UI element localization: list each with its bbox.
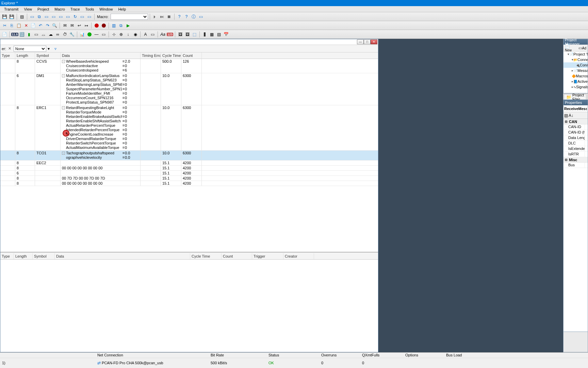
window-horz-icon[interactable]: ▭	[50, 13, 57, 20]
property-value[interactable]	[585, 141, 588, 146]
receive-grid-body[interactable]: 8CCVS-Wheelbasedvehiclespeed= 2.0Cruisec…	[0, 59, 378, 252]
bcol-data[interactable]: Data	[55, 253, 190, 259]
stopwatch-icon[interactable]: ⏱	[62, 31, 68, 37]
copy-icon[interactable]: ⎘	[9, 22, 15, 29]
save-all-icon[interactable]: 💾	[9, 13, 15, 20]
project-tree-item[interactable]: ▾📂Connecti	[564, 57, 588, 62]
menu-macro[interactable]: Macro	[52, 6, 68, 12]
green-dot-icon[interactable]	[86, 31, 93, 37]
bcol-length[interactable]: Length	[14, 253, 33, 259]
save-icon[interactable]: 💾	[1, 13, 8, 20]
menu-help[interactable]: Help	[115, 6, 129, 12]
window-close-icon[interactable]: ▭	[65, 13, 71, 20]
palette2-icon[interactable]: 🖼	[184, 31, 191, 37]
stack-icon[interactable]: ⬚	[191, 31, 198, 37]
bcol-trigger[interactable]: Trigger	[252, 253, 283, 259]
property-row[interactable]: IsExtended	[564, 146, 588, 152]
chart-icon[interactable]: 📊	[79, 31, 85, 37]
receive-row[interactable]: 800 7D 7D 00 00 7D 00 7D15.14200	[0, 176, 378, 181]
col-data[interactable]: Data	[61, 52, 141, 59]
about-icon[interactable]: ⓘ	[191, 13, 197, 20]
list-icon[interactable]: ▤	[19, 13, 25, 20]
transmit-grid-body[interactable]	[0, 260, 378, 352]
new-doc-icon[interactable]: 📄	[1, 31, 8, 37]
find-icon[interactable]: 🔍	[51, 22, 58, 29]
property-row[interactable]: IsRTR	[564, 152, 588, 157]
collapse-toggle-icon[interactable]: -	[62, 60, 65, 63]
property-row[interactable]: CAN-ID	[564, 124, 588, 130]
receive-row[interactable]: 800 00 00 00 00 00 00 0015.14200	[0, 181, 378, 186]
rect-icon[interactable]: ▭	[100, 31, 107, 37]
pm-new-button[interactable]: 📄New	[564, 44, 577, 52]
menu-tools[interactable]: Tools	[83, 6, 97, 12]
property-group[interactable]: ⊟CAN	[564, 119, 588, 124]
macro-stop-icon[interactable]: ⏹	[166, 13, 173, 20]
child-maximize-button[interactable]: □	[364, 40, 371, 44]
window-layout-icon[interactable]: ▭	[79, 13, 85, 20]
filter-funnel-icon[interactable]: ▾	[48, 47, 53, 51]
undo-icon[interactable]: ↶	[37, 22, 44, 29]
plus-icon[interactable]: ⊕	[118, 31, 124, 37]
property-value[interactable]	[585, 124, 588, 129]
macro-run-icon[interactable]: ⏵	[152, 13, 158, 20]
receive-row[interactable]: 6DM1-MalfunctionIndicatorLampStatus= 0Re…	[0, 73, 378, 105]
col-symbol[interactable]: Symbol	[35, 52, 61, 59]
property-row[interactable]: CAN-ID (hex)	[564, 130, 588, 135]
menu-trace[interactable]: Trace	[68, 6, 83, 12]
collapse-toggle-icon[interactable]: -	[62, 152, 65, 155]
col-length[interactable]: Length	[15, 52, 35, 59]
insert-icon[interactable]: 📄	[30, 22, 36, 29]
num-icon[interactable]: 11.5	[12, 31, 18, 37]
receive-row[interactable]: 8TCO1-Tachographoutputshaftspeed= 0.0ogr…	[0, 151, 378, 160]
gear-icon[interactable]: 🔧	[69, 31, 75, 37]
child-close-button[interactable]: ✕	[371, 40, 377, 44]
bcol-type[interactable]: Type	[0, 253, 14, 259]
collapse-toggle-icon[interactable]: -	[62, 106, 65, 109]
property-row[interactable]: DLC	[564, 141, 588, 146]
property-value[interactable]	[585, 163, 588, 168]
project-tree-item[interactable]: ▸∿Signals	[564, 84, 588, 90]
bridge-icon[interactable]: ⌓	[40, 31, 47, 37]
text-B-icon[interactable]: ▭	[149, 31, 156, 37]
battery-icon[interactable]: ▮	[26, 31, 32, 37]
link-icon[interactable]: ∞	[54, 31, 61, 37]
dark1-icon[interactable]: ▪	[201, 31, 208, 37]
filter-combo[interactable]: None	[14, 46, 46, 52]
col-type[interactable]: Type	[0, 52, 15, 59]
gauge-icon[interactable]: 🔢	[19, 31, 25, 37]
window-tile-icon[interactable]: ⧉	[36, 13, 43, 20]
bcol-creator[interactable]: Creator	[283, 253, 314, 259]
bcol-cycle[interactable]: Cycle Time	[190, 253, 222, 259]
play-icon[interactable]: ▶	[125, 22, 131, 29]
project-tree-item[interactable]: 🔌Conn	[564, 62, 588, 68]
property-row[interactable]: Data Length	[564, 135, 588, 141]
record-icon[interactable]	[93, 22, 100, 29]
filter-clear-icon[interactable]: ✕	[7, 46, 12, 51]
tab-project-files[interactable]: 📁Project Files	[564, 94, 586, 99]
col-timing-errors[interactable]: Timing Errors	[141, 52, 161, 59]
property-row[interactable]: Bus	[564, 163, 588, 168]
window-new-icon[interactable]: ▭	[29, 13, 35, 20]
col-cycle-time[interactable]: Cycle Time	[161, 52, 181, 59]
reply-icon[interactable]: ↩	[76, 22, 82, 29]
calendar-icon[interactable]: 📅	[223, 31, 229, 37]
property-group[interactable]: ⊟Misc	[564, 157, 588, 163]
macro-step-icon[interactable]: ⏭	[159, 13, 165, 20]
receive-row[interactable]: 615.14200	[0, 171, 378, 176]
project-tree-item[interactable]: ▸📄Message	[564, 68, 588, 73]
window-layout2-icon[interactable]: ▭	[86, 13, 93, 20]
property-value[interactable]	[585, 130, 588, 135]
property-value[interactable]	[585, 152, 588, 157]
window-vert-icon[interactable]: ▭	[58, 13, 64, 20]
receive-row[interactable]: 8CCVS-Wheelbasedvehiclespeed= 2.0Cruisec…	[0, 59, 378, 73]
arrow-down-icon[interactable]: ↓	[125, 31, 131, 37]
project-tree-item[interactable]: 🔶Macros	[564, 73, 588, 79]
cascade-icon[interactable]: ⧉	[118, 22, 124, 29]
menu-transmit[interactable]: Transmit	[1, 6, 21, 12]
window-cascade-icon[interactable]: ▭	[43, 13, 50, 20]
pm-add-button[interactable]: ▭Ad	[578, 46, 587, 50]
menu-window[interactable]: Window	[97, 6, 115, 12]
receive-row[interactable]: 8ERC1-RetardRequestingBrakeLight= 0Retar…	[0, 105, 378, 151]
font-icon[interactable]: Aa	[160, 31, 166, 37]
dark3-icon[interactable]: ▤	[216, 31, 222, 37]
